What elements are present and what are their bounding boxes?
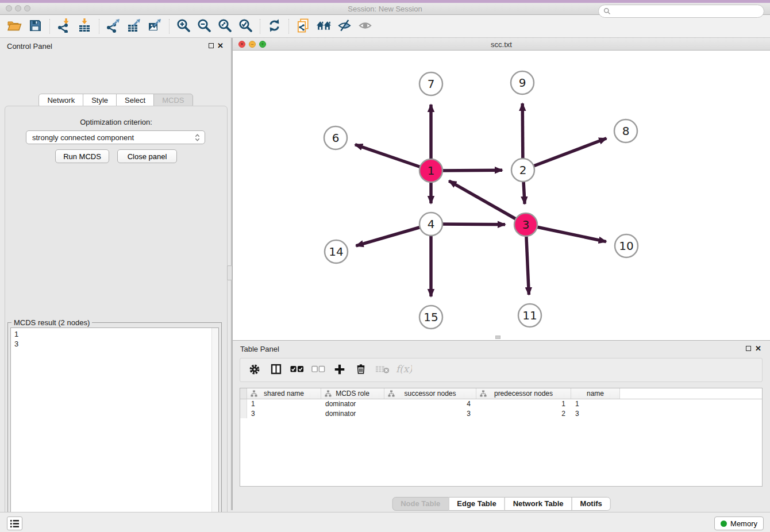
show-column-button[interactable] [267, 361, 284, 379]
node-table: shared nameMCDS rolesuccessor nodesprede… [240, 388, 763, 487]
tab-network-table[interactable]: Network Table [505, 497, 572, 511]
svg-text:8: 8 [622, 124, 630, 138]
column-header-name[interactable]: name [571, 388, 620, 399]
svg-text:11: 11 [522, 309, 537, 322]
toolbar-separator [49, 19, 50, 34]
cell-predecessor-nodes[interactable]: 2 [476, 409, 571, 419]
graph-node-4[interactable]: 4 [419, 213, 442, 236]
graph-node-9[interactable]: 9 [511, 71, 534, 94]
delete-columns-button[interactable] [352, 361, 369, 379]
unselect-all-columns-button[interactable] [310, 361, 327, 379]
status-bar: Memory [0, 512, 770, 532]
clone-network-button[interactable] [294, 18, 311, 35]
table-panel: Table Panel ✕ f(x) shared nameMCDS roles… [233, 340, 770, 510]
close-panel-button[interactable]: Close panel [117, 149, 177, 163]
cell-MCDS-role[interactable]: dominator [321, 409, 384, 419]
search-box[interactable] [598, 5, 764, 18]
toolbar-separator [169, 19, 170, 34]
close-panel-icon[interactable]: ✕ [217, 41, 224, 50]
table-header-row: shared nameMCDS rolesuccessor nodesprede… [240, 388, 762, 399]
svg-text:10: 10 [619, 239, 633, 253]
graph-node-11[interactable]: 11 [518, 304, 541, 327]
toggle-graphics-details-button[interactable] [336, 18, 353, 35]
open-network-home-button[interactable] [315, 18, 332, 35]
graph-node-3[interactable]: 3 [514, 213, 537, 236]
export-network-button[interactable] [105, 18, 122, 35]
search-input[interactable] [614, 7, 759, 16]
column-header-successor-nodes[interactable]: successor nodes [384, 388, 476, 399]
open-session-button[interactable] [6, 18, 23, 35]
graph-node-2[interactable]: 2 [511, 159, 534, 182]
cell-predecessor-nodes[interactable]: 1 [476, 399, 571, 409]
canvas-scroll-thumb[interactable] [495, 336, 500, 339]
cell-successor-nodes[interactable]: 3 [384, 409, 476, 419]
zoom-in-button[interactable] [175, 18, 192, 35]
graph-node-15[interactable]: 15 [419, 306, 442, 329]
graph-node-10[interactable]: 10 [615, 234, 638, 257]
mcds-result-lines: 13 [11, 328, 218, 350]
svg-text:f(x): f(x) [396, 363, 412, 375]
graph-edge-3-10[interactable] [526, 225, 606, 242]
graph-node-7[interactable]: 7 [419, 72, 442, 95]
float-panel-icon[interactable] [209, 43, 214, 48]
table-panel-title: Table Panel [240, 345, 279, 353]
table-row-1[interactable]: 1dominator411 [240, 399, 762, 409]
zoom-fit-button[interactable] [216, 18, 233, 35]
apply-preferred-layout-button[interactable] [265, 18, 283, 35]
cell-MCDS-role[interactable]: dominator [321, 399, 384, 409]
table-close-icon[interactable]: ✕ [755, 344, 761, 353]
graph-edge-2-8[interactable] [523, 138, 606, 170]
import-table-button[interactable] [76, 18, 93, 35]
column-header-predecessor-nodes[interactable]: predecessor nodes [476, 388, 571, 399]
cell-name[interactable]: 1 [571, 399, 620, 409]
columns-icon [270, 363, 282, 377]
table-row-2[interactable]: 3dominator323 [240, 409, 762, 419]
select-all-columns-button[interactable] [288, 361, 306, 379]
mcds-result-title: MCDS result (2 nodes) [11, 318, 92, 327]
export-image-icon [147, 18, 162, 34]
task-history-button[interactable] [7, 516, 22, 530]
table-settings-button[interactable] [246, 361, 263, 379]
application-window: Session: New Session Control Panel ✕ Net… [0, 0, 770, 532]
tab-motifs[interactable]: Motifs [572, 497, 611, 511]
cell-successor-nodes[interactable]: 4 [384, 399, 476, 409]
network-canvas[interactable]: 7968124314101511 [233, 51, 770, 340]
zoom-out-button[interactable] [195, 18, 213, 35]
divider-handle[interactable] [227, 265, 232, 280]
table-float-icon[interactable] [746, 346, 751, 351]
zoom-selected-icon [238, 18, 253, 34]
zoom-selected-button[interactable] [237, 18, 254, 35]
graph-edge-3-1[interactable] [449, 181, 526, 225]
graph-node-1[interactable]: 1 [419, 159, 442, 182]
tab-node-table[interactable]: Node Table [392, 497, 449, 511]
cell-name[interactable]: 3 [571, 409, 620, 419]
export-table-button[interactable] [125, 18, 143, 35]
save-floppy-icon [29, 19, 42, 34]
graph-node-6[interactable]: 6 [324, 126, 347, 149]
task-list-icon [9, 519, 20, 529]
cell-shared-name[interactable]: 1 [247, 399, 321, 409]
eye-icon [358, 18, 372, 34]
column-header-shared-name[interactable]: shared name [247, 388, 321, 399]
dropdown-stepper-icon [195, 134, 200, 141]
graph-node-14[interactable]: 14 [325, 240, 348, 263]
export-image-button[interactable] [146, 18, 163, 35]
tab-edge-table[interactable]: Edge Table [448, 497, 505, 511]
column-label: shared name [264, 390, 304, 398]
column-header-MCDS-role[interactable]: MCDS role [321, 388, 384, 399]
trash-icon [355, 363, 367, 377]
save-session-button[interactable] [26, 18, 44, 35]
optimization-dropdown[interactable]: strongly connected component [26, 130, 205, 144]
memory-button[interactable]: Memory [714, 516, 764, 530]
mcds-result-textarea[interactable]: 13 [10, 327, 219, 532]
run-mcds-button[interactable]: Run MCDS [55, 149, 109, 163]
svg-text:6: 6 [332, 131, 340, 145]
import-network-button[interactable] [55, 18, 72, 35]
row-gutter [240, 399, 247, 409]
cell-shared-name[interactable]: 3 [247, 409, 321, 419]
main-toolbar [0, 15, 770, 38]
create-column-button[interactable] [331, 361, 348, 379]
mcds-result-group: MCDS result (2 nodes) 13 [7, 322, 222, 532]
result-scrollbar[interactable] [211, 328, 218, 532]
graph-node-8[interactable]: 8 [614, 119, 637, 142]
